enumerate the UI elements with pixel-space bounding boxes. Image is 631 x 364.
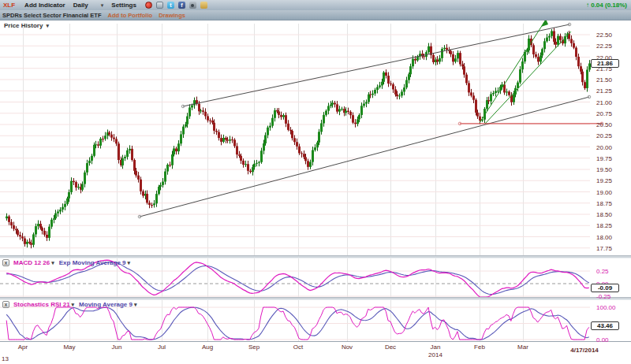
- svg-text:Oct: Oct: [293, 344, 304, 351]
- stoch-value-box: 43.46: [591, 321, 619, 330]
- svg-text:100.00: 100.00: [596, 304, 616, 311]
- camera-icon[interactable]: [189, 2, 196, 9]
- close-macd-button[interactable]: x: [2, 259, 9, 266]
- svg-text:Dec: Dec: [385, 344, 396, 351]
- macd-title-dropdown[interactable]: MACD 12 26: [13, 259, 50, 266]
- trading-app-window: { "toolbar": { "symbol": "XLF", "add_ind…: [0, 0, 631, 364]
- settings-button[interactable]: Settings: [111, 2, 136, 9]
- svg-text:Jan: Jan: [431, 344, 441, 351]
- toolbar-main: XLF Add Indicator Daily ▾ Settings t f ↑…: [0, 0, 631, 10]
- svg-text:18.00: 18.00: [596, 234, 613, 241]
- macd-overlay-dropdown[interactable]: Exp Moving Average 9: [59, 259, 126, 266]
- chevron-down-icon: ▾: [128, 260, 131, 266]
- toolbar-symbol-info: SPDRs Select Sector Financial ETF Add to…: [0, 10, 631, 20]
- up-arrow-icon: ↑: [586, 2, 589, 9]
- svg-text:18.25: 18.25: [596, 222, 613, 229]
- svg-text:19.00: 19.00: [596, 189, 613, 196]
- svg-text:17.75: 17.75: [596, 245, 613, 252]
- svg-text:Feb: Feb: [474, 344, 485, 351]
- macd-panel-header: x MACD 12 26 ▾ Exp Moving Average 9 ▾: [2, 259, 130, 266]
- chevron-down-icon[interactable]: ▾: [101, 2, 104, 9]
- svg-text:20.25: 20.25: [596, 132, 613, 139]
- svg-text:20.50: 20.50: [596, 121, 613, 128]
- svg-text:19.75: 19.75: [596, 155, 613, 162]
- stoch-overlay-dropdown[interactable]: Moving Average 9: [79, 301, 133, 308]
- svg-text:20.00: 20.00: [596, 144, 613, 151]
- svg-text:0.25: 0.25: [596, 268, 609, 275]
- twitter-icon[interactable]: t: [167, 2, 174, 9]
- price-history-dropdown[interactable]: Price History ▾: [4, 22, 49, 29]
- symbol-tab[interactable]: XLF: [3, 2, 15, 9]
- svg-text:18.75: 18.75: [596, 200, 613, 207]
- svg-text:-0.25: -0.25: [596, 293, 611, 300]
- svg-text:20.75: 20.75: [596, 110, 613, 117]
- last-price-box: 21.86: [591, 59, 619, 68]
- svg-text:4/17/2014: 4/17/2014: [570, 347, 599, 354]
- svg-text:13: 13: [2, 355, 9, 362]
- svg-text:21.50: 21.50: [596, 76, 613, 84]
- quote-change: ↑ 0.04 (0.18%): [586, 2, 627, 9]
- svg-text:Jun: Jun: [112, 344, 122, 351]
- svg-text:19.25: 19.25: [596, 177, 613, 184]
- drawings-link[interactable]: Drawings: [159, 12, 185, 19]
- svg-text:Nov: Nov: [342, 344, 353, 351]
- alerts-clock-icon[interactable]: [145, 2, 152, 9]
- svg-text:0.00: 0.00: [596, 336, 609, 344]
- chevron-down-icon: ▾: [51, 260, 54, 266]
- svg-text:21.00: 21.00: [596, 99, 613, 106]
- svg-text:Apr: Apr: [18, 344, 28, 351]
- chart-canvas[interactable]: 22.5022.2522.0021.7521.5021.2521.0020.75…: [0, 20, 631, 364]
- printer-icon[interactable]: [156, 2, 163, 9]
- svg-text:19.50: 19.50: [596, 166, 613, 173]
- add-to-portfolio-link[interactable]: Add to Portfolio: [107, 12, 152, 19]
- chevron-down-icon: ▾: [134, 302, 137, 308]
- add-indicator-button[interactable]: Add Indicator: [24, 2, 65, 9]
- chevron-down-icon: ▾: [72, 302, 75, 308]
- svg-text:18.50: 18.50: [596, 211, 613, 218]
- close-stoch-button[interactable]: x: [2, 301, 9, 308]
- svg-text:May: May: [63, 344, 75, 351]
- svg-text:21.25: 21.25: [596, 87, 613, 95]
- symbol-full-name: SPDRs Select Sector Financial ETF: [2, 12, 101, 19]
- svg-text:Sep: Sep: [248, 344, 260, 351]
- chevron-down-icon: ▾: [47, 23, 50, 28]
- chat-icon[interactable]: [200, 2, 207, 9]
- svg-text:22.50: 22.50: [596, 32, 613, 39]
- svg-text:22.25: 22.25: [596, 43, 613, 50]
- macd-value-box: -0.09: [591, 284, 619, 292]
- svg-text:Mar: Mar: [517, 344, 528, 351]
- svg-text:2014: 2014: [428, 351, 442, 358]
- stoch-panel-header: x Stochastics RSI 21 ▾ Moving Average 9 …: [2, 301, 137, 308]
- svg-text:Jul: Jul: [158, 344, 166, 351]
- facebook-icon[interactable]: f: [178, 2, 185, 9]
- stoch-title-dropdown[interactable]: Stochastics RSI 21: [13, 301, 70, 308]
- svg-text:Aug: Aug: [202, 344, 213, 351]
- period-select[interactable]: Daily: [73, 2, 88, 9]
